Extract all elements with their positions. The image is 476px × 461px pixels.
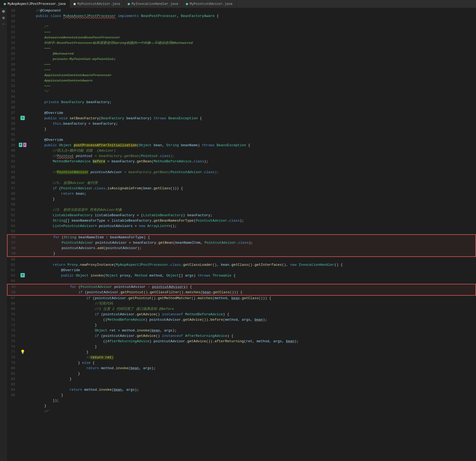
code-18: //@Component	[26, 8, 476, 13]
tab-dot-3	[128, 3, 130, 5]
ln-24: 24	[7, 40, 19, 46]
line-39: 39 this.beanFactory = beanFactory;	[7, 121, 476, 127]
override-icon-43[interactable]: O	[19, 143, 22, 147]
line-48: 44 //PointcutAdvisor pointcutAdvisor = b…	[7, 170, 476, 175]
icon-43[interactable]: O @	[19, 143, 26, 147]
sidebar-minus-icon[interactable]: —	[2, 22, 5, 26]
line-75: 71 ((MethodBeforeAdvice) pointcutAdvisor…	[7, 317, 476, 323]
line-31: 31 ApplicationContextAware	[7, 78, 476, 83]
line-41: 41	[7, 132, 476, 137]
icon-81[interactable]: 💡	[19, 350, 26, 355]
bulb-icon-81[interactable]: 💡	[20, 350, 25, 355]
ln-41: 41	[7, 132, 19, 137]
ln-40: 40	[7, 127, 19, 132]
sidebar-add-icon[interactable]: ⊕	[2, 9, 5, 14]
line-82: 78 //return ret;	[7, 355, 476, 360]
line-77: 73 Object ret = method.invoke(bean, args…	[7, 328, 476, 333]
line-86: 82 }	[7, 376, 476, 382]
ln-89: 85	[7, 393, 19, 398]
ln-33: 33	[7, 89, 19, 94]
line-18: 18 //@Component	[7, 8, 476, 13]
ln-85: 81	[7, 371, 19, 376]
code-35: private BeanFactory beanFactory;	[26, 100, 476, 105]
ln-31: 31	[7, 78, 19, 83]
line-92: //	[7, 409, 476, 414]
ln-39: 39	[7, 121, 19, 127]
code-74: if (pointcutAdvisor.getAdvice() instance…	[26, 312, 476, 317]
icon-67[interactable]: O	[19, 273, 26, 277]
tab-label-2: MyPointcutAdvisor.java	[77, 2, 120, 6]
code-70: if (pointcutAdvisor.getPointcut().getCla…	[27, 290, 475, 295]
line-74: 70 if (pointcutAdvisor.getAdvice() insta…	[7, 312, 476, 317]
line-36: 36	[7, 105, 476, 110]
code-91: }	[26, 403, 476, 409]
sidebar-gear-icon[interactable]: ⚙	[2, 16, 5, 20]
ln-27: 27	[7, 57, 19, 62]
ln-23: 23	[7, 35, 19, 40]
line-69: 65 for (PointcutAdvisor pointcutAdvisor …	[7, 284, 476, 290]
code-85: }	[26, 371, 476, 376]
line-56: 52 ListableBeanFactory listableBeanFacto…	[7, 213, 476, 218]
ln-79: 75	[7, 339, 19, 344]
ln-30: 30	[7, 73, 19, 78]
ln-77: 73	[7, 328, 19, 333]
line-76: 72 }	[7, 323, 476, 328]
ln-81: 77	[7, 350, 19, 355]
ln-83: 79	[7, 360, 19, 366]
line-29: 29 ~~~	[7, 67, 476, 73]
lambda-icon-43[interactable]: @	[23, 143, 27, 147]
line-85: 81 }	[7, 371, 476, 376]
code-92: //	[26, 409, 476, 414]
ln-26: 26	[7, 51, 19, 57]
tab-3[interactable]: MyInvocationHandler.java	[124, 0, 182, 8]
code-55: //2. 获得当前容器中 所有的Advisor对象	[26, 207, 476, 213]
line-45: 41 //Pointcut pointcut = beanFactory.get…	[7, 153, 476, 159]
ln-75: 71	[7, 317, 19, 323]
code-58: List<PointcutAdvisor> pointcutAdvisors =…	[26, 223, 476, 229]
code-63: }	[27, 251, 475, 256]
ln-80: 76	[7, 344, 19, 350]
ln-18: 18	[7, 8, 19, 13]
ln-60: 56	[8, 235, 19, 240]
code-lines[interactable]: 18 //@Component 19 public class MyAopAsp…	[7, 8, 476, 461]
code-53: }	[26, 197, 476, 202]
ln-73: 69	[7, 306, 19, 312]
ln-82: 78	[7, 355, 19, 360]
code-46: MethodBeforeAdvice before = beanFactory.…	[26, 159, 476, 164]
line-58: 54 List<PointcutAdvisor> pointcutAdvisor…	[7, 223, 476, 229]
code-62: pointcutAdvisors.add(pointcutAdvisor);	[27, 246, 475, 251]
line-67: 63 O public Object invoke(Object proxy, …	[7, 273, 476, 278]
line-35: 35 private BeanFactory beanFactory;	[7, 100, 476, 105]
code-area: 18 //@Component 19 public class MyAopAsp…	[7, 8, 476, 461]
tab-4[interactable]: MyPointcutAdvisor.java	[182, 0, 236, 8]
ln-32: 32	[7, 83, 19, 89]
ln-58: 54	[7, 223, 19, 229]
ln-21: 21	[7, 24, 19, 30]
line-26: 26 @Autowired	[7, 51, 476, 57]
ln-67: 63	[7, 273, 19, 278]
tab-2[interactable]: MyPointcutAdvisor.java	[70, 0, 124, 8]
ln-88: 84	[7, 387, 19, 393]
line-34: 34	[7, 94, 476, 100]
line-60: 56 for (String beanNameItem : beanNamesF…	[7, 234, 476, 240]
code-60: for (String beanNameItem : beanNamesForT…	[27, 235, 475, 240]
line-27: 27 private MyPointCut myPointCut;	[7, 57, 476, 62]
line-66: 62 @Override	[7, 268, 476, 273]
override-icon-67[interactable]: O	[20, 273, 25, 277]
line-57: 53 String[] beanNamesForType = listableB…	[7, 218, 476, 223]
ln-25: 25	[7, 46, 19, 51]
override-icon-38[interactable]: O	[20, 116, 25, 120]
line-68: 64	[7, 278, 476, 284]
code-37: @Override	[26, 110, 476, 116]
ln-20: 20	[7, 19, 19, 24]
ln-50: 46	[7, 180, 19, 186]
tab-active[interactable]: MyAopAspectJPostProcessor.java	[0, 0, 70, 8]
code-76: }	[26, 323, 476, 328]
code-90: });	[26, 398, 476, 403]
line-47: 43	[7, 164, 476, 170]
code-81: }	[26, 350, 476, 355]
ln-76: 72	[7, 323, 19, 328]
line-55: 51 //2. 获得当前容器中 所有的Advisor对象	[7, 207, 476, 213]
icon-38[interactable]: O	[19, 116, 26, 120]
line-80: 76 }	[7, 344, 476, 350]
